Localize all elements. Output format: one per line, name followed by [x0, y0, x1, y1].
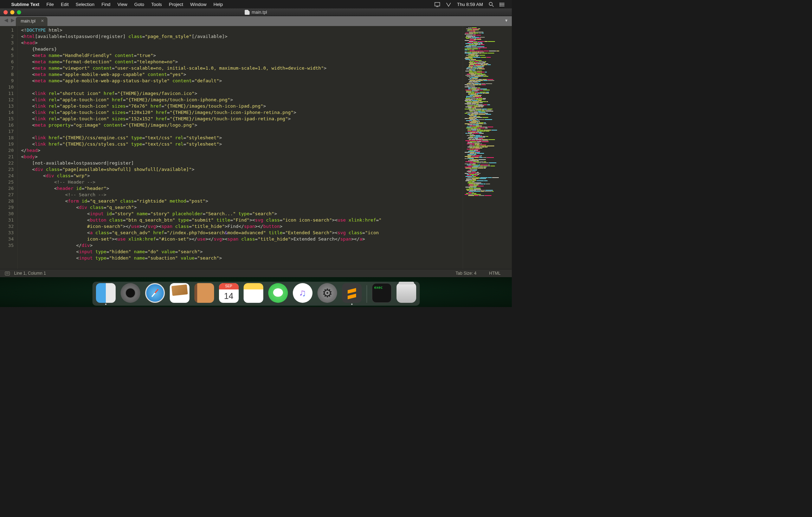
status-bar: Line 1, Column 1 Tab Size: 4 HTML	[0, 269, 512, 277]
status-position[interactable]: Line 1, Column 1	[14, 271, 46, 276]
gutter: 1234567891011121314151617181920212223242…	[0, 26, 18, 269]
dock-sublime-icon[interactable]	[342, 283, 362, 303]
minimap[interactable]	[463, 26, 512, 269]
tab-main[interactable]: main.tpl ✕	[16, 17, 47, 26]
close-window-button[interactable]	[4, 10, 8, 14]
dock-finder-icon[interactable]	[96, 283, 116, 303]
file-icon	[245, 10, 250, 15]
dock-launchpad-icon[interactable]	[121, 283, 140, 303]
menu-project[interactable]: Project	[166, 2, 187, 7]
console-icon[interactable]	[5, 272, 10, 275]
app-name[interactable]: Sublime Text	[8, 2, 43, 7]
clock[interactable]: Thu 8:59 AM	[454, 2, 486, 7]
svg-point-7	[500, 3, 500, 4]
dock-mail-icon[interactable]	[170, 283, 189, 303]
svg-point-2	[489, 2, 492, 6]
menu-selection[interactable]: Selection	[72, 2, 98, 7]
menu-window[interactable]: Window	[187, 2, 210, 7]
dock-itunes-icon[interactable]: ♫	[293, 283, 312, 303]
dock-separator	[367, 285, 367, 303]
code-area[interactable]: <!DOCTYPE html> <html[available=lostpass…	[18, 26, 463, 269]
tab-close-icon[interactable]: ✕	[41, 19, 44, 23]
window-titlebar: main.tpl	[0, 8, 512, 16]
screenshare-icon[interactable]	[432, 1, 443, 7]
menu-goto[interactable]: Goto	[131, 2, 148, 7]
status-syntax[interactable]: HTML	[483, 271, 507, 276]
svg-rect-0	[435, 2, 440, 6]
dock-calendar-icon[interactable]: SEP14	[219, 283, 239, 303]
menu-edit[interactable]: Edit	[57, 2, 72, 7]
editor: 1234567891011121314151617181920212223242…	[0, 26, 512, 269]
svg-point-8	[500, 4, 500, 5]
menu-find[interactable]: Find	[98, 2, 114, 7]
menu-view[interactable]: View	[114, 2, 131, 7]
desktop-dock-area: SEP14 ♫ ⚙ exec	[0, 277, 512, 307]
dock-trash-icon[interactable]	[397, 283, 416, 303]
tab-label: main.tpl	[21, 19, 36, 24]
tab-bar: ◀ ▶ main.tpl ✕ ▼	[0, 16, 512, 26]
zoom-window-button[interactable]	[17, 10, 21, 14]
dock-notes-icon[interactable]	[244, 283, 263, 303]
status-tabsize[interactable]: Tab Size: 4	[449, 271, 483, 276]
svg-point-9	[500, 6, 500, 6]
dock-terminal-icon[interactable]: exec	[372, 283, 392, 303]
dock-system-preferences-icon[interactable]: ⚙	[317, 283, 337, 303]
minimize-window-button[interactable]	[10, 10, 14, 14]
spotlight-icon[interactable]	[486, 1, 497, 7]
menu-file[interactable]: File	[43, 2, 57, 7]
menu-help[interactable]: Help	[210, 2, 226, 7]
dock: SEP14 ♫ ⚙ exec	[92, 282, 420, 306]
dock-contacts-icon[interactable]	[194, 283, 214, 303]
dock-messages-icon[interactable]	[268, 283, 288, 303]
svg-line-3	[492, 5, 494, 7]
tab-dropdown-icon[interactable]: ▼	[504, 18, 508, 23]
tray-icon[interactable]	[443, 1, 454, 7]
macos-menubar: Sublime Text File Edit Selection Find Vi…	[0, 0, 512, 8]
window-title: main.tpl	[252, 10, 267, 15]
menu-tools[interactable]: Tools	[148, 2, 165, 7]
notifications-icon[interactable]	[497, 1, 508, 7]
dock-safari-icon[interactable]	[145, 283, 165, 303]
nav-arrows[interactable]: ◀ ▶	[4, 17, 15, 23]
